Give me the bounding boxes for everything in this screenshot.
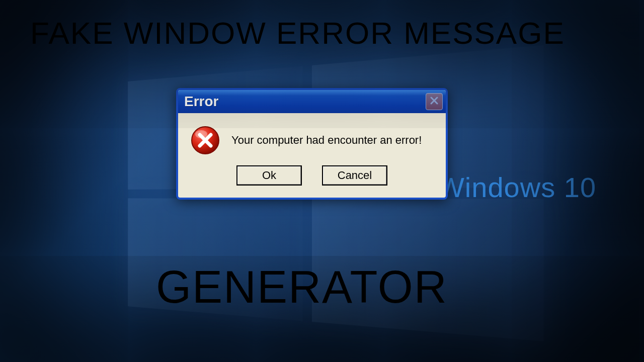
error-dialog: Error — [176, 88, 448, 200]
error-x-icon — [190, 125, 220, 155]
close-button[interactable] — [426, 93, 443, 110]
dialog-message: Your computer had encounter an error! — [231, 134, 422, 147]
ok-button[interactable]: Ok — [236, 165, 302, 186]
dialog-button-row: Ok Cancel — [178, 162, 446, 198]
heading-top: FAKE WINDOW ERROR MESSAGE — [30, 15, 565, 51]
cancel-button[interactable]: Cancel — [322, 165, 387, 186]
heading-bottom: GENERATOR — [156, 261, 448, 313]
dialog-body: Your computer had encounter an error! — [178, 113, 446, 162]
dialog-title: Error — [184, 94, 218, 110]
brand-text: Windows 10 — [438, 171, 596, 204]
close-icon — [429, 96, 439, 108]
dialog-titlebar[interactable]: Error — [178, 90, 446, 113]
